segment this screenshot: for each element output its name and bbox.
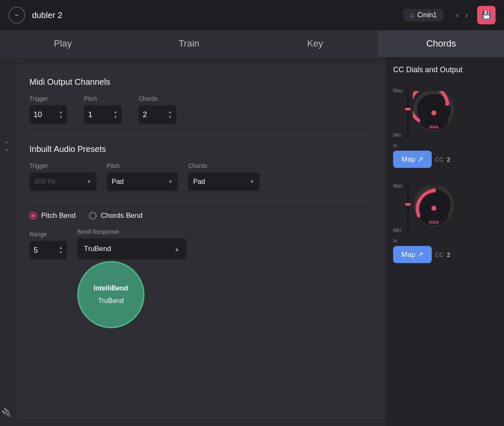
trubend-option[interactable]: TruBend	[98, 295, 124, 307]
pitch-up[interactable]: ▲	[113, 110, 118, 114]
forward-button[interactable]: ›	[463, 9, 470, 21]
dial-2-row: Max Min ooo	[393, 183, 497, 233]
dial-1-in-label: In	[393, 143, 397, 149]
dial-1-cc-label: CC	[435, 156, 444, 163]
trubend-select[interactable]: TruBend ▲	[77, 238, 186, 259]
range-label: Range	[29, 231, 67, 238]
app-title: dubler 2	[32, 10, 62, 20]
chords-preset-value: Pad	[193, 178, 205, 186]
sidebar-dot-2	[5, 149, 8, 151]
divider-2	[29, 201, 373, 201]
divider-1	[29, 134, 373, 134]
header-center: ⌂ Cmin1	[403, 9, 444, 21]
trigger-label: Trigger	[29, 95, 67, 102]
tab-play[interactable]: Play	[0, 30, 126, 57]
chords-preset-label: Chords	[188, 162, 260, 169]
trubend-arrow: ▲	[174, 246, 180, 252]
pitch-preset-dropdown[interactable]: Pad ▼	[107, 172, 178, 191]
chords-label: Chords	[139, 95, 176, 102]
range-down[interactable]: ▼	[59, 251, 63, 255]
pitch-spinner[interactable]: 1 ▲ ▼	[84, 105, 122, 124]
dial-1-knob[interactable]: aaa	[413, 91, 455, 135]
range-arrows: ▲ ▼	[59, 246, 63, 255]
tab-chords[interactable]: Chords	[378, 30, 504, 57]
right-panel: CC Dials and Output Max Min	[386, 57, 504, 426]
home-icon[interactable]: ⌂	[410, 11, 414, 19]
tab-bar: Play Train Key Chords	[0, 30, 504, 57]
bend-controls-row: Range 5 ▲ ▼ Bend Response TruBend	[29, 228, 373, 259]
range-spinner[interactable]: 5 ▲ ▼	[29, 241, 67, 259]
pitch-down[interactable]: ▼	[113, 115, 118, 119]
tab-key[interactable]: Key	[252, 30, 378, 57]
save-button[interactable]: 💾	[477, 6, 496, 24]
plugin-icon[interactable]: 🔌	[1, 408, 12, 418]
trubend-popup: IntelliBend TruBend	[77, 261, 144, 328]
dial-2-min-label: Min	[393, 227, 403, 233]
dial-2-center-dot	[431, 206, 436, 211]
pitch-label: Pitch	[84, 95, 122, 102]
pitch-preset-value: Pad	[112, 178, 123, 186]
intellibend-option[interactable]: IntelliBend	[94, 282, 128, 295]
trigger-down[interactable]: ▼	[59, 115, 63, 119]
trubend-wrapper: TruBend ▲ IntelliBend TruBend	[77, 238, 186, 259]
range-up[interactable]: ▲	[59, 246, 63, 250]
svg-point-3	[432, 188, 436, 193]
trigger-value: 10	[34, 110, 42, 119]
trigger-channel: Trigger 10 ▲ ▼	[29, 95, 67, 124]
pitch-bend-radio[interactable]	[29, 212, 37, 220]
dial-2-label: ooo	[429, 219, 439, 225]
save-icon: 💾	[482, 10, 491, 20]
bend-section: Pitch Bend Chords Bend Range 5 ▲ ▼	[29, 212, 373, 259]
left-sidebar: 🔌	[0, 57, 13, 426]
dial-2-map-button[interactable]: Map ↗	[393, 246, 432, 263]
dial-2-cc-value: 2	[447, 251, 450, 258]
back-button[interactable]: ‹	[454, 9, 461, 21]
pitch-bend-option[interactable]: Pitch Bend	[29, 212, 76, 220]
tab-train[interactable]: Train	[126, 30, 252, 57]
cc-section-title: CC Dials and Output	[393, 65, 497, 74]
pitch-preset-group: Pitch Pad ▼	[107, 162, 178, 191]
dial-2-max-label: Max	[393, 183, 403, 189]
dial-2-cc-label: CC	[435, 251, 444, 258]
chords-spinner[interactable]: 2 ▲ ▼	[139, 105, 176, 124]
pitch-value: 1	[88, 110, 92, 119]
dial-1-label: aaa	[429, 123, 438, 130]
channels-row: Trigger 10 ▲ ▼ Pitch 1 ▲ ▼	[29, 95, 373, 124]
presets-row: Trigger 808 Kit ▼ Pitch Pad ▼ Chords Pad…	[29, 162, 373, 191]
pitch-dropdown-arrow: ▼	[168, 179, 173, 185]
svg-point-1	[445, 102, 449, 106]
chords-bend-radio[interactable]	[89, 212, 97, 220]
title-bar: ~ dubler 2 ⌂ Cmin1 ‹ › 💾	[0, 0, 504, 30]
dial-1-min-label: Min	[393, 132, 403, 138]
dial-1-slider[interactable]	[406, 88, 410, 138]
trigger-preset-value: 808 Kit	[34, 178, 55, 186]
dial-1-max-label: Max	[393, 88, 403, 94]
bend-toggle-row: Pitch Bend Chords Bend	[29, 212, 373, 220]
chords-channel: Chords 2 ▲ ▼	[139, 95, 176, 124]
dial-1-row: Max Min	[393, 88, 497, 138]
dial-2-cc-row: Map ↗ CC 2	[393, 246, 497, 263]
trubend-value: TruBend	[84, 245, 111, 253]
dial-1-map-button[interactable]: Map ↗	[393, 151, 432, 168]
chords-up[interactable]: ▲	[168, 110, 172, 114]
chords-down[interactable]: ▼	[168, 115, 172, 119]
dial-1-cc-row: Map ↗ CC 2	[393, 151, 497, 168]
trigger-up[interactable]: ▲	[59, 110, 63, 114]
chords-arrows: ▲ ▼	[168, 110, 172, 119]
dial-2-knob[interactable]: ooo	[413, 186, 455, 230]
chords-dropdown-arrow: ▼	[249, 179, 255, 185]
dial-2-slider-thumb	[405, 203, 411, 206]
dial-1-labels: Max Min	[393, 88, 403, 138]
chords-preset-dropdown[interactable]: Pad ▼	[188, 172, 260, 191]
bend-response-group: Bend Response TruBend ▲ IntelliBend TruB…	[77, 228, 186, 259]
nav-arrows: ‹ ›	[454, 9, 470, 21]
trigger-spinner[interactable]: 10 ▲ ▼	[29, 105, 67, 124]
bend-response-label: Bend Response	[77, 228, 186, 235]
trigger-preset-dropdown[interactable]: 808 Kit ▼	[29, 172, 97, 191]
chords-preset-group: Chords Pad ▼	[188, 162, 260, 191]
main-layout: 🔌 Midi Output Channels Trigger 10 ▲ ▼ Pi…	[0, 57, 504, 426]
app-logo: ~	[8, 7, 25, 24]
trigger-arrows: ▲ ▼	[59, 110, 63, 119]
chords-bend-option[interactable]: Chords Bend	[89, 212, 142, 220]
dial-2-slider[interactable]	[406, 183, 410, 233]
